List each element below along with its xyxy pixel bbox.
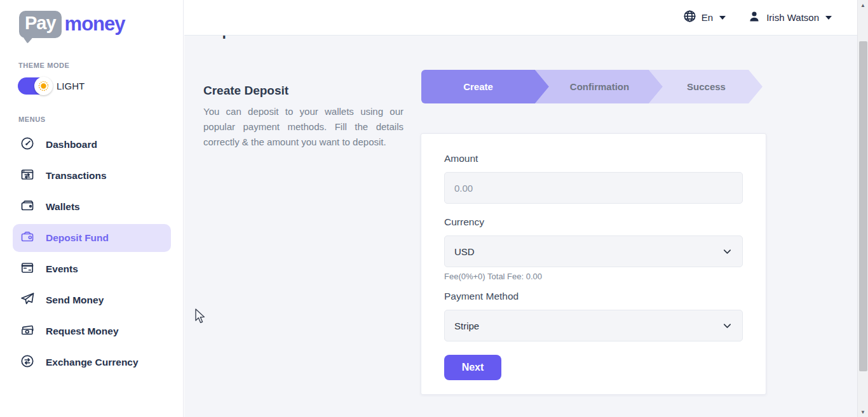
user-name: Irish Watson <box>766 12 819 23</box>
user-menu[interactable]: Irish Watson <box>747 10 832 26</box>
sidebar-item-label: Dashboard <box>46 139 97 150</box>
theme-toggle-text: LIGHT <box>57 81 85 91</box>
chevron-down-icon <box>722 321 732 333</box>
scroll-down-icon[interactable]: ▼ <box>858 407 868 417</box>
deposit-wallet-icon <box>20 229 35 247</box>
section-title: Create Deposit <box>203 84 288 98</box>
sidebar-menu: Dashboard Transactions <box>0 128 184 380</box>
sidebar: Pay money THEME MODE LIGHT MENUS <box>0 0 184 417</box>
theme-toggle[interactable] <box>18 77 52 95</box>
language-selector[interactable]: En <box>683 10 726 25</box>
chevron-down-icon <box>719 16 726 20</box>
menus-label: MENUS <box>18 116 46 123</box>
sidebar-item-deposit-fund[interactable]: Deposit Fund <box>13 224 171 252</box>
transactions-window-icon <box>20 167 35 185</box>
scrollbar-thumb[interactable] <box>859 41 867 371</box>
sidebar-item-label: Transactions <box>46 170 107 182</box>
sidebar-item-label: Request Money <box>46 326 119 337</box>
sidebar-item-label: Wallets <box>46 201 80 213</box>
dashboard-gauge-icon <box>20 136 35 154</box>
banknotes-icon <box>20 322 35 340</box>
paper-plane-icon <box>20 291 35 309</box>
globe-icon <box>683 10 696 25</box>
person-icon <box>747 10 761 26</box>
vertical-scrollbar[interactable]: ▲ ▼ <box>857 0 868 417</box>
sidebar-item-dashboard[interactable]: Dashboard <box>13 131 171 159</box>
page-title: Deposit <box>203 36 257 39</box>
mouse-cursor-icon <box>194 308 208 328</box>
step-create: Create <box>421 70 549 103</box>
paymoney-logo[interactable]: Pay money <box>19 8 125 41</box>
payment-method-value: Stripe <box>454 321 479 331</box>
sidebar-item-label: Exchange Currency <box>46 357 139 368</box>
sidebar-item-wallets[interactable]: Wallets <box>13 193 171 221</box>
app-window: Pay money THEME MODE LIGHT MENUS <box>0 0 868 417</box>
currency-label: Currency <box>444 216 743 228</box>
step-confirmation: Confirmation <box>535 70 663 103</box>
next-button[interactable]: Next <box>444 355 501 380</box>
sidebar-item-label: Events <box>46 263 78 275</box>
step-success: Success <box>649 70 763 103</box>
logo-pay-bubble: Pay <box>19 11 62 38</box>
chevron-down-icon <box>825 16 832 20</box>
scroll-up-icon[interactable]: ▲ <box>858 0 868 10</box>
currency-select[interactable]: USD <box>444 235 743 267</box>
language-code: En <box>702 12 713 23</box>
fee-note: Fee(0%+0) Total Fee: 0.00 <box>444 272 743 281</box>
payment-method-select[interactable]: Stripe <box>444 310 743 341</box>
sidebar-item-label: Send Money <box>46 295 104 306</box>
amount-input[interactable] <box>444 172 743 204</box>
top-header: En Irish Watson <box>184 0 857 36</box>
sidebar-item-transactions[interactable]: Transactions <box>13 162 171 190</box>
payment-method-label: Payment Method <box>444 291 743 302</box>
sidebar-item-label: Deposit Fund <box>46 232 109 244</box>
sidebar-item-events[interactable]: Events <box>13 255 171 283</box>
deposit-form-card: Amount Currency USD Fee(0%+0) Total Fee:… <box>421 133 766 395</box>
wallet-icon <box>20 198 35 216</box>
section-description: You can deposit to your wallets using ou… <box>203 104 403 150</box>
currency-value: USD <box>454 246 475 257</box>
logo-money-text: money <box>65 13 125 36</box>
amount-label: Amount <box>444 153 743 164</box>
deposit-stepper: Create Confirmation Success <box>421 70 763 103</box>
calendar-icon <box>20 260 35 278</box>
sidebar-item-send-money[interactable]: Send Money <box>13 286 171 314</box>
main-content: Deposit Create Deposit You can deposit t… <box>184 36 857 417</box>
chevron-down-icon <box>722 247 732 258</box>
exchange-arrows-icon <box>20 354 35 371</box>
sidebar-item-exchange-currency[interactable]: Exchange Currency <box>13 348 171 376</box>
sun-icon <box>34 77 53 95</box>
theme-mode-label: THEME MODE <box>18 62 70 69</box>
sidebar-item-request-money[interactable]: Request Money <box>13 317 171 345</box>
